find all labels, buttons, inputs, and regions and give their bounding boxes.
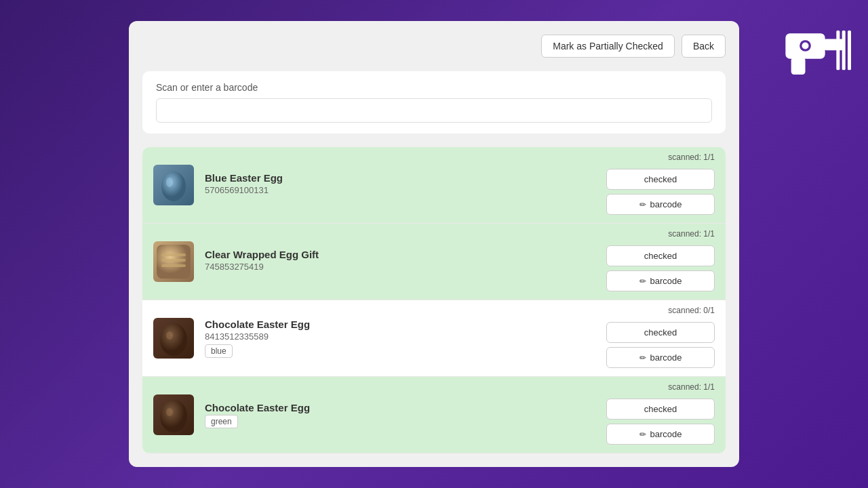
svg-point-9 [166,178,173,187]
svg-rect-2 [824,39,844,51]
item-info: Chocolate Easter Egg green [205,402,606,428]
svg-rect-1 [791,58,806,75]
checked-button[interactable]: checked [606,399,715,420]
pencil-icon [639,276,646,286]
item-tag: blue [205,344,233,358]
svg-point-17 [166,408,173,416]
barcode-button[interactable]: barcode [606,347,715,368]
item-info: Clear Wrapped Egg Gift 745853275419 [205,249,606,274]
scanned-badge: scanned: 1/1 [668,229,715,239]
barcode-input[interactable] [156,98,712,123]
list-item: scanned: 1/1 Chocolate Easter Egg green … [142,377,726,453]
scanned-badge: scanned: 0/1 [668,306,715,315]
items-list: scanned: 1/1 Blue Easter Egg 57065691001… [142,147,726,453]
list-item: scanned: 1/1 Clear Wrapped Egg Gift 7458… [142,224,726,300]
pencil-icon [639,429,646,439]
item-image [153,241,194,282]
scanned-badge: scanned: 1/1 [668,382,715,392]
svg-point-14 [160,323,187,356]
barcode-button[interactable]: barcode [606,194,715,215]
item-actions: checked barcode [606,322,715,368]
svg-rect-5 [848,30,851,70]
mark-partially-checked-button[interactable]: Mark as Partially Checked [541,35,675,58]
item-actions: checked barcode [606,399,715,445]
scan-section: Scan or enter a barcode [142,71,726,134]
svg-rect-3 [836,30,840,70]
item-actions: checked barcode [606,169,715,215]
item-name: Chocolate Easter Egg [205,402,599,413]
item-image [153,165,194,205]
item-name: Blue Easter Egg [205,172,599,184]
pencil-icon [639,199,646,209]
scan-label: Scan or enter a barcode [156,82,712,93]
svg-rect-12 [161,259,186,262]
svg-rect-4 [842,30,846,70]
svg-point-15 [166,331,173,340]
item-name: Chocolate Easter Egg [205,319,599,330]
checked-button[interactable]: checked [606,245,715,266]
item-barcode-number: 5706569100131 [205,185,599,195]
item-info: Chocolate Easter Egg 8413512335589 blue [205,319,606,358]
item-image [153,318,194,359]
svg-rect-11 [161,253,186,256]
svg-rect-13 [161,264,186,267]
checked-button[interactable]: checked [606,169,715,190]
svg-point-16 [160,400,187,432]
item-barcode-number: 745853275419 [205,262,599,272]
barcode-button[interactable]: barcode [606,424,715,445]
item-actions: checked barcode [606,245,715,291]
app-logo [773,14,854,81]
barcode-button[interactable]: barcode [606,270,715,291]
list-item: scanned: 0/1 Chocolate Easter Egg 841351… [142,300,726,377]
item-barcode-number: 8413512335589 [205,331,599,342]
item-tag: green [205,415,238,428]
item-name: Clear Wrapped Egg Gift [205,249,599,260]
list-item: scanned: 1/1 Blue Easter Egg 57065691001… [142,147,726,224]
back-button[interactable]: Back [682,35,726,58]
pencil-icon [639,352,646,363]
toolbar: Mark as Partially Checked Back [142,35,726,58]
svg-point-8 [161,171,186,201]
checked-button[interactable]: checked [606,322,715,343]
svg-point-7 [802,43,809,49]
main-panel: Mark as Partially Checked Back Scan or e… [129,21,739,467]
item-image [153,394,194,435]
scanned-badge: scanned: 1/1 [668,152,715,162]
item-info: Blue Easter Egg 5706569100131 [205,172,606,198]
